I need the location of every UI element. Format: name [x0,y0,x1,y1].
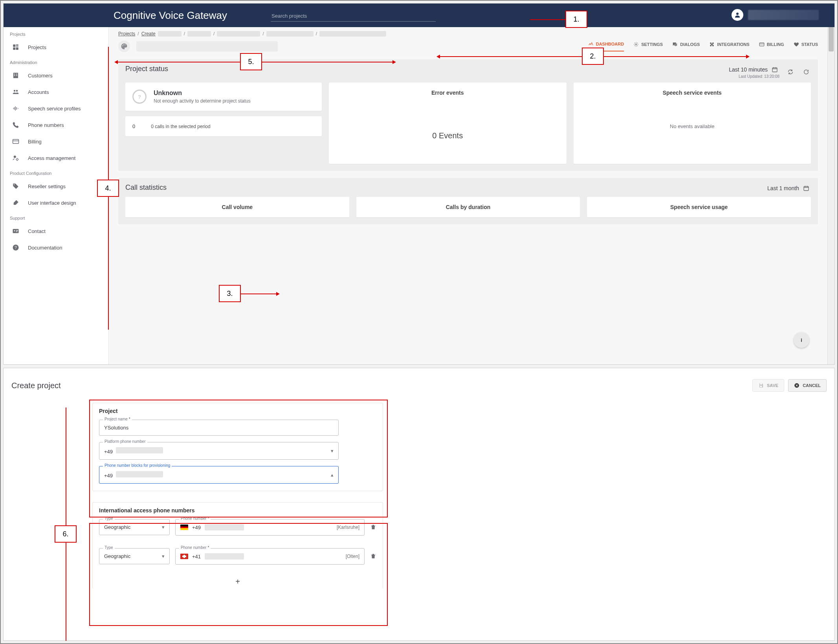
search-input[interactable] [271,11,436,22]
sidebar-item-documentation[interactable]: ? Documentation [4,239,108,256]
annotation-5-line-left [117,62,240,62]
sidebar-item-accounts[interactable]: Accounts [4,84,108,100]
auto-refresh-icon[interactable] [786,67,795,77]
calls-desc: 0 calls in the selected period [151,124,210,129]
tab-label: BILLING [767,42,784,47]
svg-point-16 [14,184,15,185]
time-range: Last 10 minutes [729,66,768,73]
brush-icon [12,199,21,206]
section-title: Call statistics [125,183,167,192]
crumb-projects[interactable]: Projects [118,31,135,37]
events-count: 0 Events [336,96,559,152]
card-title: Call volume [132,204,342,210]
svg-point-23 [122,46,123,46]
calendar-icon[interactable] [801,183,811,193]
crumb-redacted [319,31,386,37]
puzzle-icon [709,42,715,47]
status-headline: Unknown [154,90,251,97]
info-fab[interactable]: i [794,332,809,348]
app-header: Cognitive Voice Gateway [4,4,834,27]
gear-icon [633,42,639,47]
crumb-redacted [217,31,260,37]
svg-point-14 [14,156,16,158]
crumb-create[interactable]: Create [141,31,156,37]
sidebar-item-ui-design[interactable]: User interface design [4,194,108,211]
sidebar-item-label: User interface design [28,200,76,206]
sidebar-item-label: Documentation [28,245,62,251]
button-label: CANCEL [803,383,821,388]
svg-rect-7 [14,74,15,75]
tab-status[interactable]: STATUS [794,42,818,51]
svg-point-26 [635,44,637,45]
tag-icon [12,183,21,190]
card-icon [759,42,765,47]
annotation-5-arrow-right [392,60,396,64]
sidebar-item-label: Speech service profiles [28,106,81,112]
user-name-redacted [748,10,819,20]
app-title: Cognitive Voice Gateway [114,4,227,27]
chart-icon [588,41,594,47]
svg-point-11 [14,90,16,92]
main-content: Projects / Create / / / / [109,27,827,364]
annotation-6-line-bottom [66,543,66,641]
tab-billing[interactable]: BILLING [759,42,784,51]
save-button[interactable]: SAVE [752,379,784,392]
user-menu[interactable] [732,9,819,21]
users-icon [12,88,21,95]
sidebar-item-phone-numbers[interactable]: Phone numbers [4,117,108,133]
svg-rect-19 [16,230,18,231]
sidebar-item-speech-profiles[interactable]: Speech service profiles [4,100,108,117]
status-card-unknown: ? Unknown Not enough activity to determi… [125,83,322,111]
crumb-redacted [158,31,182,37]
card-speech-usage: Speech service usage [587,197,811,217]
card-title: Error events [336,90,559,96]
sidebar-item-label: Customers [28,73,53,79]
sidebar-item-reseller[interactable]: Reseller settings [4,178,108,194]
sidebar-section-support: Support [4,211,108,223]
tab-label: STATUS [801,42,818,47]
svg-point-25 [125,44,125,45]
sidebar-item-label: Billing [28,139,42,145]
annotation-5-line-right [262,62,392,62]
window-scrollbar[interactable] [827,4,834,364]
sidebar-item-access-mgmt[interactable]: Access management [4,150,108,166]
help-icon: ? [12,244,21,251]
svg-rect-10 [17,75,17,76]
tab-integrations[interactable]: INTEGRATIONS [709,42,749,51]
card-title: Speech service events [581,90,804,96]
tab-settings[interactable]: SETTINGS [633,42,663,51]
sidebar-item-projects[interactable]: Projects [4,39,108,55]
tab-dialogs[interactable]: DIALOGS [672,42,700,51]
events-empty: No events available [581,96,804,157]
calendar-icon[interactable] [770,65,779,74]
svg-rect-28 [772,68,777,72]
sidebar-item-billing[interactable]: Billing [4,133,108,150]
sidebar-item-customers[interactable]: Customers [4,67,108,84]
svg-point-12 [16,90,18,92]
refresh-icon[interactable] [801,67,811,77]
annotation-3-arrow [276,292,280,296]
cancel-icon [794,383,799,388]
tab-label: DASHBOARD [596,42,624,46]
annotation-3: 3. [219,285,241,302]
svg-point-24 [123,44,124,45]
time-range: Last 1 month [767,185,799,191]
svg-point-0 [736,13,739,15]
annotation-5-arrow-left [114,60,118,64]
sidebar-item-contact[interactable]: Contact [4,223,108,239]
sidebar-item-label: Projects [28,44,46,50]
create-project-title: Create project [11,381,61,390]
cancel-button[interactable]: CANCEL [788,379,827,392]
calls-count: 0 [132,123,135,129]
annotation-1: 1. [565,11,587,28]
tab-label: INTEGRATIONS [717,42,749,47]
card-title: Speech service usage [594,204,804,210]
svg-rect-1 [13,44,15,47]
annotation-6: 6. [55,525,77,543]
grid-icon [12,44,21,51]
chat-icon [672,42,678,47]
button-label: SAVE [767,383,778,388]
page-title-redacted [136,41,278,51]
heart-icon [794,42,799,47]
svg-rect-4 [13,48,15,50]
